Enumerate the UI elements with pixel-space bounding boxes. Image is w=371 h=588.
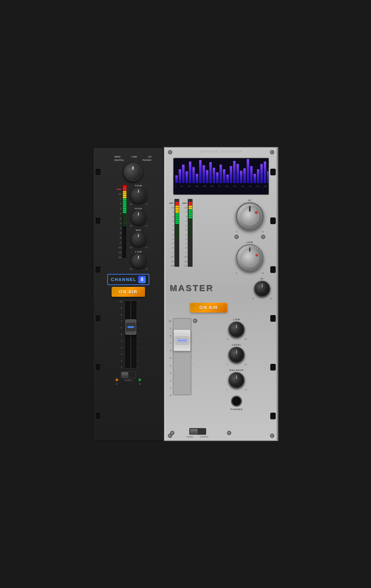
channel-text: CHANNEL [111, 277, 136, 282]
master-balance-knob[interactable] [228, 372, 245, 388]
mono-stereo-switch[interactable] [189, 428, 206, 435]
channel-fader-handle[interactable] [125, 319, 136, 335]
toggle-a-label: A [116, 383, 117, 385]
input-selector-knob[interactable] [124, 163, 142, 181]
vu-0: 0 [120, 217, 121, 220]
master-hi-small-knob[interactable] [254, 281, 270, 297]
rack-hole [95, 315, 101, 322]
low-small-label: LOW [233, 318, 240, 321]
channel-strip: MIKE LINE CD DIGITAL PHONO over 10 7 [93, 147, 164, 441]
input-selector-area: MIKE LINE CD DIGITAL PHONO [101, 155, 165, 181]
vu-m10: -10 [118, 246, 121, 249]
trim-knob[interactable] [130, 187, 147, 203]
master-low-small-knob[interactable] [228, 321, 245, 338]
thru-label: THRU [124, 379, 132, 382]
phones-label: PHONES [231, 408, 243, 411]
stereo-label: STEREO [199, 436, 208, 438]
cd-label: CD [148, 155, 151, 158]
channel-on-air-button[interactable]: ON AIR [112, 287, 145, 297]
rack-hole [95, 364, 101, 371]
vu-10: 10 [119, 193, 121, 195]
screw-tl [168, 150, 172, 154]
vu-m15: -15 [118, 251, 121, 254]
mike-label: MIKE [114, 155, 121, 158]
channel-label-box: CHANNEL 8 [107, 274, 149, 285]
master-inner: GRAPHIC ANALYZER [164, 148, 278, 440]
low-label: LOW [135, 250, 142, 253]
master-hi-knob-section: HI 0 +6 [236, 199, 264, 233]
phono-label: PHONO [143, 159, 151, 162]
phones-jack[interactable] [231, 396, 242, 407]
master-level-knob[interactable] [228, 347, 245, 363]
master-vu-left [174, 199, 179, 267]
screw-bot-r [227, 431, 231, 435]
graphic-analyzer: 0 30 100 250 480 600 2k 4.5k 7.5k 12k 15… [173, 158, 269, 195]
indicator-b [139, 379, 141, 381]
vu-7: 7 [120, 198, 121, 200]
rack-holes-left [95, 148, 101, 440]
master-fader-led [177, 340, 187, 341]
master-low-knob-section: LOW 0 +6 [236, 241, 264, 274]
channel-number: 8 [138, 276, 146, 283]
channel-fader-track [125, 300, 137, 368]
master-fader-handle[interactable] [173, 330, 191, 351]
vu-m1: -1 [119, 222, 121, 224]
master-vu-right [188, 199, 193, 267]
screw-div-l [234, 235, 239, 239]
vu-1: 1 [120, 212, 121, 215]
balance-label: BALANCE [229, 369, 244, 372]
screw-tr [270, 150, 274, 154]
high-knob[interactable] [131, 210, 146, 225]
channel-toggle[interactable] [121, 372, 136, 378]
rack-hole [270, 169, 276, 175]
vu-m7: -7 [119, 242, 121, 244]
screw-bot-l [170, 431, 174, 435]
master-fader-track [173, 318, 191, 395]
line-label: LINE [131, 155, 137, 158]
vu-m2: -2 [119, 227, 121, 229]
indicator-a [116, 379, 118, 381]
high-label: HIGH [135, 207, 142, 210]
vu-4: 4 [120, 203, 121, 205]
mixer-unit: MIKE LINE CD DIGITAL PHONO over 10 7 [93, 147, 278, 441]
master-on-air-button[interactable]: ON AIR [190, 303, 227, 313]
screw-div-r [261, 235, 265, 239]
rack-hole [95, 413, 101, 419]
trim-label: TRIM [135, 184, 142, 187]
rack-hole [95, 169, 101, 175]
mono-label: MONO [187, 436, 194, 438]
hi-small-label: HI [261, 277, 264, 280]
rack-hole [95, 266, 101, 273]
vu-meter-channel [122, 184, 127, 258]
digital-label: DIGITAL [114, 159, 124, 162]
analyzer-title: GRAPHIC ANALYZER [200, 150, 242, 153]
fader-led [128, 326, 134, 328]
mid-knob[interactable] [131, 232, 146, 246]
channel-fader-section: 10 9 8 7 6 5 4 3 2 1 0 [120, 300, 137, 368]
master-title: MASTER [170, 284, 214, 293]
master-low-knob[interactable] [236, 244, 263, 271]
screw-br [270, 434, 274, 438]
master-hi-knob[interactable] [236, 202, 264, 230]
mono-stereo-toggle: MONO STEREO [187, 428, 208, 438]
master-section: GRAPHIC ANALYZER [164, 147, 278, 441]
low-knob[interactable] [131, 253, 146, 268]
toggle-b-label: B [139, 383, 141, 385]
vu-m3: -3 [119, 232, 121, 234]
vu-m24: -24 [118, 256, 121, 258]
freq-labels: 0 30 100 250 480 600 2k 4.5k 7.5k 12k 15… [174, 185, 268, 187]
rack-hole [95, 217, 101, 224]
vu-over-label: over [117, 188, 121, 190]
screw-fader-tl [193, 319, 197, 323]
analyzer-bars [174, 158, 268, 185]
low-knob-label: LOW [246, 241, 253, 244]
vu-m5: -5 [119, 237, 121, 239]
mid-label: MID [136, 229, 141, 232]
channel-toggle-area: THRU A B [116, 372, 141, 385]
vu-2: 2 [120, 208, 121, 210]
level-label: LEVEL [232, 343, 241, 346]
hi-knob-label: HI [248, 199, 251, 202]
